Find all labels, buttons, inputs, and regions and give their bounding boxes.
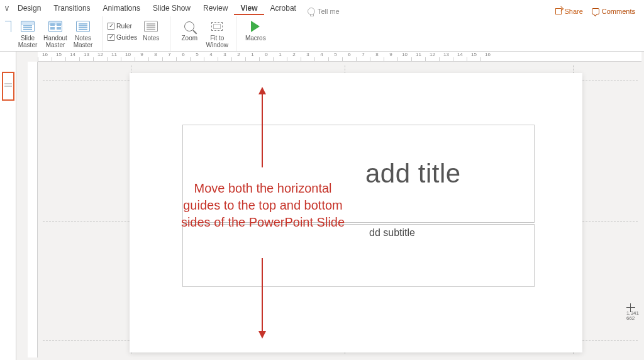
workspace: 1615141312111098765432101234567891011121… (0, 52, 644, 360)
share-label: Share (564, 8, 582, 15)
ruler-tick-label: 9 (389, 52, 392, 57)
ruler-tick: 16 (38, 57, 52, 61)
ruler-tick-label: 8 (154, 52, 157, 57)
checkbox-checked-icon: ✓ (108, 34, 114, 41)
ruler-tick-label: 9 (140, 52, 143, 57)
ruler-tick: 14 (65, 57, 79, 61)
macros-button[interactable]: Macros (242, 18, 269, 50)
fit-window-button[interactable]: Fit to Window (203, 18, 231, 50)
ruler-tick-label: 14 (70, 52, 75, 57)
slide-master-icon (20, 20, 35, 33)
ruler-tick-label: 1 (279, 52, 281, 57)
ruler-tick-label: 15 (471, 52, 477, 57)
ruler-tick-label: 0 (265, 52, 267, 57)
ruler-tick: 3 (301, 57, 314, 61)
ruler-tick-label: 5 (196, 52, 198, 57)
ruler-checkbox[interactable]: ✓ Ruler (108, 22, 137, 30)
tab-design[interactable]: Design (11, 1, 47, 15)
tell-me-search[interactable]: Tell me (303, 8, 345, 15)
ruler-tick-label: 1 (251, 52, 253, 57)
ruler-tick-label: 12 (430, 52, 435, 57)
subtitle-placeholder[interactable]: dd subtitle (182, 224, 535, 287)
tab-cutoff[interactable]: v (5, 1, 11, 15)
tell-me-label: Tell me (318, 8, 340, 15)
ruler-tick: 6 (342, 57, 356, 61)
zoom-button[interactable]: Zoom (175, 18, 203, 50)
ruler-tick: 5 (190, 57, 204, 61)
notes-master-button[interactable]: Notes Master (69, 18, 97, 50)
notes-icon (143, 20, 158, 33)
slide-master-button[interactable]: Slide Master (14, 18, 42, 50)
ruler-tick: 4 (204, 57, 218, 61)
ruler-tick: 12 (93, 57, 107, 61)
handout-master-icon (48, 20, 63, 33)
ruler-tick-label: 11 (416, 52, 421, 57)
ruler-tick-label: 10 (402, 52, 408, 57)
subtitle-placeholder-text: dd subtitle (369, 227, 415, 239)
slide-edit-area[interactable]: 1615141312111098765432101234567891011121… (16, 52, 644, 360)
menu-tabbar: v Design Transitions Animations Slide Sh… (0, 0, 644, 15)
vertical-ruler[interactable] (28, 62, 38, 357)
ruler-tick: 6 (176, 57, 190, 61)
ribbon-group-zoom: Zoom Fit to Window (170, 16, 236, 51)
ruler-tick-label: 16 (42, 52, 48, 57)
handout-master-label: Handout Master (43, 35, 67, 48)
tab-animations[interactable]: Animations (97, 1, 147, 15)
ruler-tick: 12 (425, 57, 439, 61)
checkbox-checked-icon: ✓ (108, 23, 114, 30)
tab-acrobat[interactable]: Acrobat (264, 1, 303, 15)
comments-button[interactable]: Comments (592, 8, 635, 15)
ruler-tick: 8 (370, 57, 384, 61)
ruler-tick-label: 10 (125, 52, 131, 57)
ruler-tick: 2 (231, 57, 245, 61)
ruler-tick: 3 (218, 57, 231, 61)
ruler-tick: 0 (259, 57, 273, 61)
ruler-tick-label: 2 (292, 52, 295, 57)
tab-slideshow[interactable]: Slide Show (147, 1, 197, 15)
ruler-tick-label: 2 (237, 52, 240, 57)
ruler-tick-label: 13 (443, 52, 449, 57)
slide-thumbnail-pane[interactable] (0, 52, 16, 360)
ruler-tick: 11 (107, 57, 121, 61)
annotation-text: Move both the horizontal guides to the t… (175, 180, 351, 231)
ruler-tick-label: 5 (334, 52, 336, 57)
ruler-tick: 1 (245, 57, 259, 61)
ruler-tick: 5 (328, 57, 342, 61)
notes-button[interactable]: Notes (137, 18, 165, 50)
slide-master-label: Slide Master (18, 35, 38, 48)
ruler-tick: 7 (162, 57, 176, 61)
share-button[interactable]: Share (555, 8, 582, 15)
ruler-tick: 9 (135, 57, 148, 61)
guides-label: Guides (116, 33, 137, 41)
title-placeholder-text: add title (365, 159, 461, 189)
ribbon-cutoff-button[interactable]: x (3, 18, 14, 50)
cursor-y: 662 (626, 316, 635, 321)
ruler-tick-label: 4 (320, 52, 323, 57)
ribbon-group-show: ✓ Ruler ✓ Guides Notes (103, 16, 170, 51)
ruler-tick: 7 (356, 57, 370, 61)
guides-checkbox[interactable]: ✓ Guides (108, 33, 137, 41)
share-icon (555, 8, 562, 14)
macros-label: Macros (245, 35, 266, 42)
tab-view[interactable]: View (234, 1, 264, 15)
ruler-tick-label: 6 (348, 52, 350, 57)
ruler-tick-label: 4 (209, 52, 212, 57)
ruler-tick-label: 16 (485, 52, 491, 57)
zoom-icon (182, 20, 197, 33)
ruler-tick: 1 (273, 57, 287, 61)
horizontal-ruler[interactable]: 1615141312111098765432101234567891011121… (38, 52, 641, 62)
ruler-tick-label: 7 (362, 52, 364, 57)
ruler-tick: 15 (467, 57, 480, 61)
ruler-tick: 13 (439, 57, 453, 61)
notes-master-icon (75, 20, 91, 33)
tab-transitions[interactable]: Transitions (47, 1, 96, 15)
annotation-arrow-down (262, 258, 263, 332)
ruler-tick: 10 (397, 57, 411, 61)
handout-master-button[interactable]: Handout Master (42, 18, 69, 50)
tab-review[interactable]: Review (197, 1, 234, 15)
ruler-tick-label: 13 (84, 52, 89, 57)
cursor-position-readout: 1,341 662 (626, 303, 639, 321)
ruler-tick-label: 6 (182, 52, 184, 57)
annotation-arrow-up (262, 93, 263, 167)
slide-thumbnail-1[interactable] (2, 72, 14, 101)
